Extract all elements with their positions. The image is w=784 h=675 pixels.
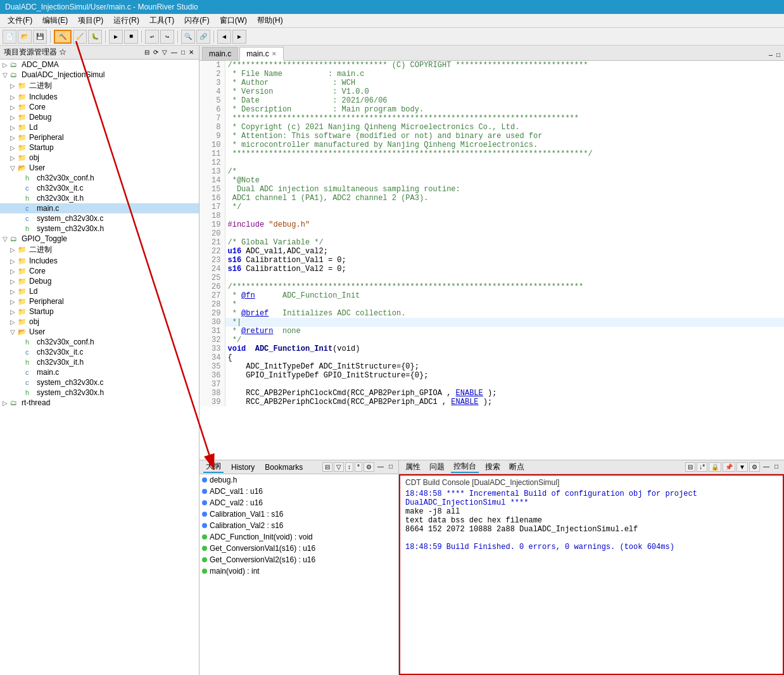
outline-filter-icon[interactable]: ▽ [334, 462, 344, 472]
console-minimize-icon[interactable]: — [761, 462, 771, 472]
outline-item-get-conv-val1[interactable]: Get_ConversionVal1(s16) : u16 [199, 543, 398, 554]
outline-item-adc-val1[interactable]: ADC_val1 : u16 [199, 486, 398, 497]
tb-new[interactable]: 📄 [3, 30, 16, 44]
expand-arrow-adc-dma[interactable]: ▷ [3, 61, 10, 68]
tree-folder-peripheral2[interactable]: ▷ 📁 Peripheral [0, 296, 199, 306]
expand-arrow-dualadc[interactable]: ▽ [3, 72, 10, 79]
console-pin-icon[interactable]: 📌 [723, 462, 735, 472]
tb-prev[interactable]: ◀ [217, 30, 231, 44]
tb-open[interactable]: 📂 [18, 30, 32, 44]
outline-item-cal-val1[interactable]: Calibration_Val1 : s16 [199, 508, 398, 520]
expand-arrow-ld2[interactable]: ▷ [10, 288, 18, 295]
tree-file-main-c2[interactable]: c main.c [0, 367, 199, 377]
outline-item-get-conv-val2[interactable]: Get_ConversionVal2(s16) : u16 [199, 554, 398, 565]
tree-folder-includes1[interactable]: ▷ 📁 Includes [0, 92, 199, 102]
tree-file-conf-h2[interactable]: h ch32v30x_conf.h [0, 337, 199, 347]
expand-arrow-obj1[interactable]: ▷ [10, 155, 18, 161]
outline-item-adc-val2[interactable]: ADC_val2 : u16 [199, 497, 398, 508]
tree-folder-user2[interactable]: ▽ 📂 User [0, 327, 199, 337]
tree-project-rtthread[interactable]: ▷ 🗂 rt-thread [0, 398, 199, 408]
expand-arrow-peripheral2[interactable]: ▷ [10, 298, 18, 305]
console-select-icon[interactable]: ▼ [737, 462, 748, 472]
expand-arrow-peripheral1[interactable]: ▷ [10, 134, 18, 141]
outline-item-main[interactable]: main(void) : int [199, 565, 398, 577]
tree-file-system-h2[interactable]: h system_ch32v30x.h [0, 388, 199, 398]
outline-item-adc-func-init[interactable]: ADC_Function_Init(void) : void [199, 531, 398, 543]
tb-redo[interactable]: ↪ [160, 30, 174, 44]
tree-folder-core2[interactable]: ▷ 📁 Core [0, 266, 199, 276]
menu-tools[interactable]: 工具(T) [144, 14, 179, 27]
expand-arrow-core2[interactable]: ▷ [10, 268, 18, 275]
tab-close-icon[interactable]: ✕ [272, 51, 277, 57]
filter-icon[interactable]: ▽ [161, 49, 168, 56]
menu-file[interactable]: 文件(F) [3, 14, 37, 27]
expand-arrow-debug1[interactable]: ▷ [10, 114, 18, 121]
tree-file-it-c2[interactable]: c ch32v30x_it.c [0, 347, 199, 357]
tab-main-c-1[interactable]: main.c [202, 47, 238, 60]
menu-help[interactable]: 帮助(H) [252, 14, 288, 27]
tree-folder-binary1[interactable]: ▷ 📁 二进制 [0, 80, 199, 92]
outline-tab-bookmarks[interactable]: Bookmarks [262, 463, 305, 472]
expand-arrow-user1[interactable]: ▽ [10, 165, 18, 172]
outline-item-cal-val2[interactable]: Calibration_Val2 : s16 [199, 520, 398, 531]
tree-project-dualadc[interactable]: ▽ 🗂 DualADC_InjectionSimul [0, 70, 199, 80]
expand-arrow-user2[interactable]: ▽ [10, 329, 18, 336]
console-tab-properties[interactable]: 属性 [403, 462, 423, 472]
tree-file-it-h2[interactable]: h ch32v30x_it.h [0, 357, 199, 367]
minimize-icon[interactable]: — [170, 49, 179, 56]
minimize-editor-icon[interactable]: — [768, 51, 774, 60]
menu-flash[interactable]: 闪存(F) [179, 14, 214, 27]
tree-project-gpio[interactable]: ▽ 🗂 GPIO_Toggle [0, 234, 199, 244]
tree-file-system-c2[interactable]: c system_ch32v30x.c [0, 377, 199, 388]
console-tab-breakpoints[interactable]: 断点 [507, 462, 527, 472]
menu-window[interactable]: 窗口(W) [215, 14, 252, 27]
tree-file-main-c1[interactable]: c main.c [0, 203, 199, 213]
menu-edit[interactable]: 编辑(E) [37, 14, 73, 27]
outline-sort-icon[interactable]: ↕ [345, 462, 353, 472]
tree-folder-binary2[interactable]: ▷ 📁 二进制 [0, 244, 199, 256]
expand-arrow-ld1[interactable]: ▷ [10, 124, 18, 131]
tb-build[interactable]: 🔨 [54, 30, 72, 44]
expand-arrow-obj2[interactable]: ▷ [10, 319, 18, 325]
tb-save[interactable]: 💾 [33, 30, 47, 44]
tree-folder-debug2[interactable]: ▷ 📁 Debug [0, 276, 199, 286]
tree-folder-ld1[interactable]: ▷ 📁 Ld [0, 122, 199, 132]
tree-folder-debug1[interactable]: ▷ 📁 Debug [0, 112, 199, 122]
expand-arrow-debug2[interactable]: ▷ [10, 278, 18, 285]
outline-maximize-icon[interactable]: □ [387, 462, 395, 472]
console-scroll-icon[interactable]: ↓* [697, 462, 707, 472]
menu-project[interactable]: 项目(P) [73, 14, 108, 27]
tree-folder-ld2[interactable]: ▷ 📁 Ld [0, 286, 199, 296]
close-panel-icon[interactable]: ✕ [187, 49, 195, 56]
console-content[interactable]: CDT Build Console [DualADC_InjectionSimu… [399, 474, 784, 675]
tree-file-it-c1[interactable]: c ch32v30x_it.c [0, 183, 199, 193]
outline-settings-icon[interactable]: ⚙ [364, 462, 374, 472]
tb-next[interactable]: ▶ [232, 30, 246, 44]
tree-project-adc-dma[interactable]: ▷ 🗂 ADC_DMA [0, 60, 199, 70]
tree-folder-peripheral1[interactable]: ▷ 📁 Peripheral [0, 132, 199, 142]
sync-icon[interactable]: ⟳ [152, 49, 160, 56]
tb-run[interactable]: ▶ [109, 30, 123, 44]
outline-tab-outline[interactable]: 大纲 [203, 461, 224, 473]
outline-collapse-icon[interactable]: ⊟ [322, 462, 332, 472]
tb-stop[interactable]: ■ [124, 30, 138, 44]
expand-arrow-includes2[interactable]: ▷ [10, 258, 18, 265]
tb-clean[interactable]: 🧹 [73, 30, 87, 44]
code-area[interactable]: 1/********************************** (C)… [199, 61, 784, 460]
expand-arrow-binary1[interactable]: ▷ [10, 82, 18, 89]
collapse-all-icon[interactable]: ⊟ [143, 49, 151, 56]
outline-tab-history[interactable]: History [229, 463, 257, 472]
tree-folder-includes2[interactable]: ▷ 📁 Includes [0, 256, 199, 266]
tree-file-system-h1[interactable]: h system_ch32v30x.h [0, 224, 199, 234]
expand-arrow-rtthread[interactable]: ▷ [3, 400, 10, 407]
tab-main-c-2[interactable]: main.c ✕ [239, 47, 283, 61]
tree-file-conf-h1[interactable]: h ch32v30x_conf.h [0, 173, 199, 183]
maximize-icon[interactable]: □ [180, 49, 186, 56]
menu-run[interactable]: 运行(R) [108, 14, 144, 27]
tree-file-it-h1[interactable]: h ch32v30x_it.h [0, 193, 199, 203]
expand-arrow-startup1[interactable]: ▷ [10, 144, 18, 151]
outline-item-debug-h[interactable]: debug.h [199, 474, 398, 486]
tree-folder-obj2[interactable]: ▷ 📁 obj [0, 317, 199, 327]
tree-folder-startup1[interactable]: ▷ 📁 Startup [0, 142, 199, 153]
tree-folder-core1[interactable]: ▷ 📁 Core [0, 102, 199, 112]
